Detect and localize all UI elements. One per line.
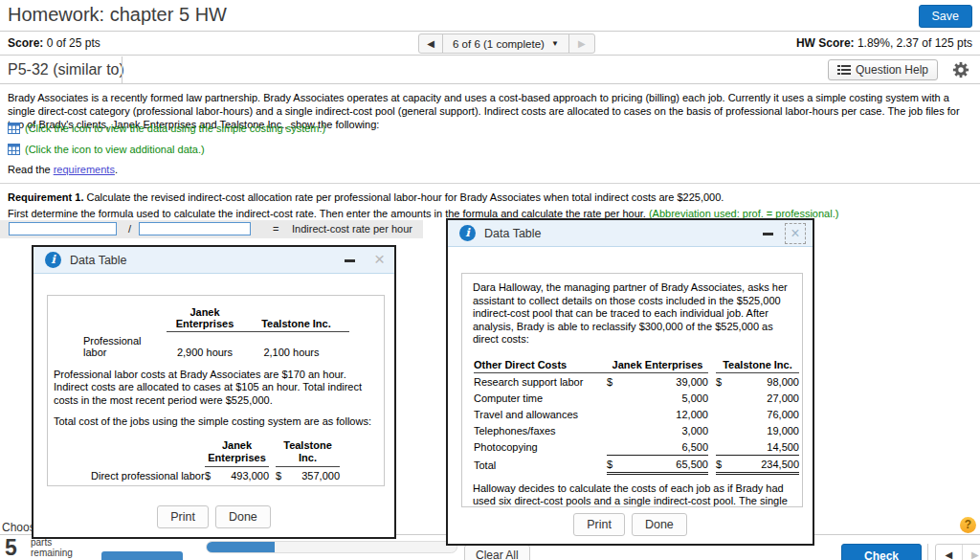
print-button[interactable]: Print xyxy=(157,505,209,528)
cell-value: 220,500 xyxy=(289,483,340,487)
dialog-paragraph: Professional labor costs at Brady Associ… xyxy=(54,369,375,408)
question-help-label: Question Help xyxy=(856,63,928,77)
question-id: P5-32 (similar to) xyxy=(8,61,124,78)
answer-formula-strip: / = Indirect-cost rate per hour xyxy=(0,220,423,238)
cell-value: 357,000 xyxy=(289,466,340,483)
dialog-title: Data Table xyxy=(70,254,127,267)
row-label: Total xyxy=(474,455,607,473)
minimize-icon[interactable] xyxy=(345,259,355,262)
column-header: TealstoneInc. xyxy=(276,437,340,467)
view-additional-data-link[interactable]: (Click the icon to view additional data.… xyxy=(25,144,205,155)
hours-table: Janek Enterprises Tealstone Inc. Profess… xyxy=(80,303,349,360)
print-button[interactable]: Print xyxy=(573,513,625,536)
column-header: Janek Enterprises xyxy=(607,356,708,373)
data-table-dialog-simple: i Data Table × Janek Enterprises Tealsto… xyxy=(32,245,396,539)
table-row: Direct professional labor $ 493,000 $ 35… xyxy=(91,466,340,483)
other-direct-costs-table: Other Direct Costs Janek Enterprises Tea… xyxy=(474,356,799,475)
currency-sign xyxy=(205,483,218,487)
clear-all-button[interactable]: Clear All xyxy=(464,545,530,560)
divide-sign: / xyxy=(128,223,131,235)
cell-value: 234,500 xyxy=(731,455,799,473)
info-icon: i xyxy=(45,252,61,268)
question-nav: ◀ 6 of 6 (1 complete)▼ ▶ xyxy=(418,34,595,54)
read-suffix: . xyxy=(115,164,118,175)
cost-table: JanekEnterprises TealstoneInc. Direct pr… xyxy=(91,437,340,487)
footer-next-button[interactable]: ▶ xyxy=(963,545,980,560)
dialog-paragraph: Dara Halloway, the managing partner of B… xyxy=(473,281,791,347)
table-row: Photocopying 6,500 14,500 xyxy=(474,438,799,456)
table-row: Total $ 65,500 $ 234,500 xyxy=(474,455,799,473)
read-requirements: Read the requirements. xyxy=(8,164,118,175)
row-label: Research support labor xyxy=(474,372,607,390)
save-button[interactable]: Save xyxy=(919,5,973,28)
parts-remaining-label: partsremaining xyxy=(31,537,73,558)
view-simple-data-link[interactable]: (Click the icon to view the data using t… xyxy=(25,123,325,134)
cell-value: 65,500 xyxy=(624,455,708,473)
cell-value: 76,000 xyxy=(731,406,799,422)
done-button[interactable]: Done xyxy=(215,505,271,528)
dialog-header: i Data Table × xyxy=(33,247,394,274)
title-bar: Homework: chapter 5 HW Save xyxy=(0,0,980,32)
prev-arrow-icon: ◀ xyxy=(945,549,952,560)
hw-score-label: HW Score: xyxy=(796,36,855,50)
info-icon: i xyxy=(459,225,476,241)
dialog-paragraph: Halloway decides to calculate the costs … xyxy=(473,482,791,508)
read-prefix: Read the xyxy=(8,164,54,175)
dialog-title: Data Table xyxy=(484,227,542,240)
footer-nav: ◀ ▶ xyxy=(935,544,980,560)
denominator-input[interactable] xyxy=(139,222,251,235)
requirements-link[interactable]: requirements xyxy=(54,164,115,175)
help-icon[interactable]: ? xyxy=(960,517,976,533)
requirement-1: Requirement 1. Calculate the revised ind… xyxy=(8,191,724,203)
dialog-body: Janek Enterprises Tealstone Inc. Profess… xyxy=(47,295,385,486)
row-label: Direct professional labor xyxy=(91,466,205,483)
table-icon[interactable] xyxy=(8,123,20,134)
partial-progress-element xyxy=(101,551,183,560)
minimize-icon[interactable] xyxy=(763,233,773,235)
dialog-buttons: Print Done xyxy=(33,505,394,528)
column-header: Other Direct Costs xyxy=(474,356,607,373)
table-row: Travel and allowances 12,000 76,000 xyxy=(474,406,799,422)
numerator-input[interactable] xyxy=(9,222,117,235)
dialog-body: Dara Halloway, the managing partner of B… xyxy=(461,273,803,507)
currency-sign xyxy=(276,483,289,487)
table-row: Professional labor 2,900 hours 2,100 hou… xyxy=(80,332,349,360)
row-label: Telephones/faxes xyxy=(474,422,607,438)
prev-question-button[interactable]: ◀ xyxy=(419,34,443,53)
table-icon[interactable] xyxy=(8,144,20,155)
column-header: Tealstone Inc. xyxy=(243,303,349,332)
check-answer-button[interactable]: Check Answer xyxy=(841,544,922,560)
hw-score-value: 1.89%, 2.37 of 125 pts xyxy=(858,36,972,50)
footer-prev-button[interactable]: ◀ xyxy=(936,545,963,560)
cell-value: 98,000 xyxy=(731,372,799,390)
hw-score-text: HW Score: 1.89%, 2.37 of 125 pts xyxy=(796,36,972,50)
divider xyxy=(927,544,928,560)
row-label: Indirect costs allocated xyxy=(91,483,205,487)
currency-sign: $ xyxy=(607,455,624,473)
currency-sign: $ xyxy=(716,372,731,390)
question-help-button[interactable]: Question Help xyxy=(828,59,938,80)
cell-value: 27,000 xyxy=(731,390,799,406)
score-label: Score: xyxy=(8,36,43,50)
table-row: Telephones/faxes 3,000 19,000 xyxy=(474,422,799,438)
done-button[interactable]: Done xyxy=(632,513,687,536)
row-label: Travel and allowances xyxy=(474,406,607,422)
row-label: Photocopying xyxy=(474,438,607,456)
question-bar: P5-32 (similar to) Question Help xyxy=(0,56,980,84)
table-row: Research support labor $ 39,000 $ 98,000 xyxy=(474,372,799,390)
equals-sign: = xyxy=(273,223,278,235)
table-row: Computer time 5,000 27,000 xyxy=(474,390,799,406)
next-question-button[interactable]: ▶ xyxy=(568,34,594,53)
cell-value: 12,000 xyxy=(624,406,708,422)
column-header: JanekEnterprises xyxy=(205,437,269,467)
cell-value: 5,000 xyxy=(624,390,708,406)
cell-value: 39,000 xyxy=(624,372,708,390)
simple-data-link-row: (Click the icon to view the data using t… xyxy=(8,123,325,134)
next-arrow-icon: ▶ xyxy=(971,549,979,560)
close-icon[interactable]: × xyxy=(785,223,806,244)
close-icon[interactable]: × xyxy=(374,249,385,270)
gear-icon[interactable] xyxy=(952,61,969,78)
progress-bar-fill xyxy=(207,542,275,552)
question-select-dropdown[interactable]: 6 of 6 (1 complete)▼ xyxy=(443,34,568,53)
data-table-dialog-additional: i Data Table × Dara Halloway, the managi… xyxy=(446,218,814,546)
